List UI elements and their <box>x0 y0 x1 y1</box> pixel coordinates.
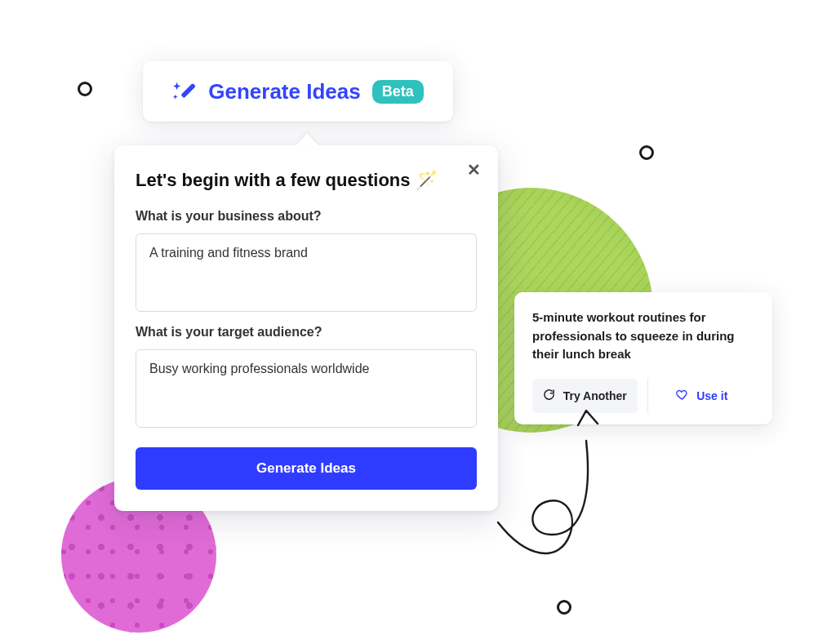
generate-ideas-header[interactable]: Generate Ideas Beta <box>143 61 453 122</box>
decorative-ring <box>557 600 571 615</box>
use-it-button[interactable]: Use it <box>650 379 755 413</box>
idea-text: 5-minute workout routines for profession… <box>532 309 754 364</box>
heart-icon <box>676 389 688 403</box>
handdrawn-arrow <box>482 404 645 584</box>
target-audience-input[interactable] <box>136 349 477 428</box>
question1-label: What is your business about? <box>136 209 477 224</box>
try-another-label: Try Another <box>563 389 627 402</box>
svg-rect-0 <box>181 83 197 99</box>
magic-wand-icon <box>172 79 197 104</box>
header-title: Generate Ideas <box>208 79 360 104</box>
generate-ideas-button[interactable]: Generate Ideas <box>136 447 477 490</box>
try-another-button[interactable]: Try Another <box>532 379 638 413</box>
question2-label: What is your target audience? <box>136 325 477 340</box>
decorative-ring <box>78 82 92 96</box>
idea-result-card: 5-minute workout routines for profession… <box>514 292 772 424</box>
business-about-input[interactable] <box>136 233 477 312</box>
questions-popover: ✕ Let's begin with a few questions 🪄 Wha… <box>114 145 498 511</box>
divider <box>647 379 648 413</box>
use-it-label: Use it <box>696 389 727 402</box>
decorative-ring <box>639 145 654 160</box>
popover-title: Let's begin with a few questions 🪄 <box>136 170 477 191</box>
beta-badge: Beta <box>372 80 424 104</box>
close-icon[interactable]: ✕ <box>465 162 482 178</box>
refresh-icon <box>543 389 555 403</box>
